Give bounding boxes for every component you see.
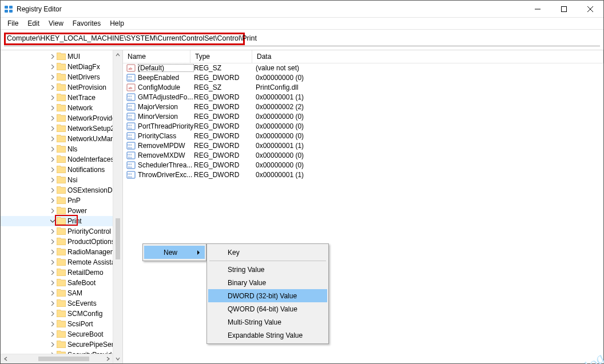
- tree-item-nodeinterfaces[interactable]: NodeInterfaces: [1, 154, 122, 165]
- tree-item-radiomanagement[interactable]: RadioManagement: [1, 247, 122, 257]
- tree-item-prioritycontrol[interactable]: PriorityControl: [1, 226, 122, 237]
- chevron-right-icon[interactable]: [50, 177, 55, 183]
- chevron-right-icon[interactable]: [50, 126, 55, 131]
- tree-item-mui[interactable]: MUI: [1, 51, 122, 62]
- scroll-left-icon[interactable]: [1, 354, 10, 363]
- menu-help[interactable]: Help: [105, 18, 129, 29]
- tree-scroll-thumb[interactable]: [116, 218, 120, 259]
- list-row[interactable]: 011110SchedulerThrea...REG_DWORD0x000000…: [123, 161, 603, 170]
- list-row[interactable]: 011110RemoveMXDWREG_DWORD0x00000000 (0): [123, 151, 603, 161]
- list-row[interactable]: 011110MinorVersionREG_DWORD0x00000000 (0…: [123, 112, 603, 122]
- minimize-button[interactable]: [524, 1, 551, 17]
- chevron-right-icon[interactable]: [50, 280, 55, 286]
- tree-horizontal-scrollbar[interactable]: [1, 354, 113, 363]
- context-item-dword[interactable]: DWORD (32-bit) Value: [208, 289, 327, 302]
- tree-item-nsi[interactable]: Nsi: [1, 175, 122, 185]
- tree-item-remote-assistance[interactable]: Remote Assistance: [1, 257, 122, 267]
- chevron-right-icon[interactable]: [50, 95, 55, 101]
- tree-item-netdiagfx[interactable]: NetDiagFx: [1, 62, 122, 72]
- context-submenu-new[interactable]: Key String Value Binary Value DWORD (32-…: [206, 243, 329, 344]
- tree-item-pnp[interactable]: PnP: [1, 195, 122, 206]
- list-row[interactable]: 011110PortThreadPriorityREG_DWORD0x00000…: [123, 122, 603, 131]
- chevron-right-icon[interactable]: [50, 239, 55, 245]
- tree-view[interactable]: MUINetDiagFxNetDriversNetProvisionNetTra…: [1, 50, 123, 363]
- list-row[interactable]: 011110GMTAdjustedFo...REG_DWORD0x0000000…: [123, 93, 603, 102]
- list-row[interactable]: abConfigModuleREG_SZPrintConfig.dll: [123, 83, 603, 93]
- chevron-right-icon[interactable]: [50, 157, 55, 162]
- tree-hscroll-thumb[interactable]: [38, 357, 89, 361]
- tree-item-networkprovider[interactable]: NetworkProvider: [1, 113, 122, 123]
- chevron-right-icon[interactable]: [50, 115, 55, 121]
- list-row[interactable]: 011110RemoveMPDWREG_DWORD0x00000001 (1): [123, 141, 603, 151]
- chevron-right-icon[interactable]: [50, 105, 55, 111]
- chevron-right-icon[interactable]: [50, 136, 55, 142]
- chevron-right-icon[interactable]: [50, 74, 55, 80]
- tree-item-netdrivers[interactable]: NetDrivers: [1, 72, 122, 82]
- chevron-right-icon[interactable]: [50, 331, 55, 337]
- tree-item-netprovision[interactable]: NetProvision: [1, 82, 122, 93]
- chevron-right-icon[interactable]: [50, 146, 55, 152]
- scroll-right-icon[interactable]: [103, 354, 113, 363]
- context-item-binary[interactable]: Binary Value: [208, 276, 327, 289]
- tree-item-scevents[interactable]: ScEvents: [1, 298, 122, 309]
- tree-item-scmconfig[interactable]: SCMConfig: [1, 309, 122, 319]
- chevron-right-icon[interactable]: [50, 198, 55, 203]
- chevron-right-icon[interactable]: [50, 249, 55, 255]
- chevron-down-icon[interactable]: [50, 218, 55, 224]
- address-bar[interactable]: Computer\HKEY_LOCAL_MACHINE\SYSTEM\Curre…: [7, 34, 257, 42]
- maximize-button[interactable]: [551, 1, 577, 17]
- scroll-up-icon[interactable]: [113, 50, 122, 60]
- chevron-right-icon[interactable]: [50, 311, 55, 317]
- chevron-right-icon[interactable]: [50, 342, 55, 347]
- context-item-qword[interactable]: QWORD (64-bit) Value: [208, 302, 327, 315]
- tree-item-productoptions[interactable]: ProductOptions: [1, 237, 122, 247]
- chevron-right-icon[interactable]: [50, 301, 55, 306]
- chevron-right-icon[interactable]: [50, 167, 55, 173]
- tree-vertical-scrollbar[interactable]: [113, 50, 122, 363]
- tree-item-securepipeservers[interactable]: SecurePipeServers: [1, 339, 122, 350]
- context-menu[interactable]: New: [142, 243, 206, 261]
- list-row[interactable]: ab(Default)REG_SZ(value not set): [123, 63, 603, 73]
- col-name[interactable]: Name: [123, 50, 190, 63]
- tree-item-safeboot[interactable]: SafeBoot: [1, 278, 122, 288]
- list-row[interactable]: 011110BeepEnabledREG_DWORD0x00000000 (0): [123, 73, 603, 83]
- col-data[interactable]: Data: [252, 50, 603, 63]
- menu-view[interactable]: View: [44, 18, 68, 29]
- tree-item-nettrace[interactable]: NetTrace: [1, 93, 122, 103]
- tree-item-nls[interactable]: Nls: [1, 144, 122, 154]
- tree-item-sam[interactable]: SAM: [1, 288, 122, 298]
- context-item-key[interactable]: Key: [208, 246, 327, 259]
- list-row[interactable]: 011110ThrowDriverExc...REG_DWORD0x000000…: [123, 170, 603, 180]
- chevron-right-icon[interactable]: [50, 270, 55, 275]
- list-row[interactable]: 011110PriorityClassREG_DWORD0x00000000 (…: [123, 131, 603, 141]
- menu-edit[interactable]: Edit: [23, 18, 44, 29]
- chevron-right-icon[interactable]: [50, 321, 55, 327]
- tree-item-notifications[interactable]: Notifications: [1, 165, 122, 175]
- chevron-right-icon[interactable]: [50, 187, 55, 193]
- chevron-right-icon[interactable]: [50, 85, 55, 90]
- tree-item-osextensiondatabase[interactable]: OSExtensionDatabase: [1, 185, 122, 195]
- chevron-right-icon[interactable]: [50, 229, 55, 234]
- menu-favorites[interactable]: Favorites: [68, 18, 105, 29]
- chevron-right-icon[interactable]: [50, 259, 55, 265]
- menu-file[interactable]: File: [3, 18, 23, 29]
- tree-item-network[interactable]: Network: [1, 103, 122, 113]
- tree-item-networkuxmanager[interactable]: NetworkUxManager: [1, 134, 122, 144]
- tree-item-print[interactable]: Print: [1, 216, 122, 226]
- close-button[interactable]: [577, 1, 603, 17]
- list-row[interactable]: 011110MajorVersionREG_DWORD0x00000002 (2…: [123, 102, 603, 112]
- chevron-right-icon[interactable]: [50, 290, 55, 296]
- chevron-right-icon[interactable]: [50, 208, 55, 214]
- chevron-right-icon[interactable]: [50, 54, 55, 59]
- tree-item-power[interactable]: Power: [1, 206, 122, 216]
- scroll-down-icon[interactable]: [113, 354, 122, 363]
- context-item-new[interactable]: New: [144, 246, 205, 259]
- context-item-string[interactable]: String Value: [208, 263, 327, 276]
- tree-item-retaildemo[interactable]: RetailDemo: [1, 267, 122, 278]
- context-item-expand[interactable]: Expandable String Value: [208, 329, 327, 342]
- tree-item-secureboot[interactable]: SecureBoot: [1, 329, 122, 339]
- tree-item-networksetup2[interactable]: NetworkSetup2: [1, 123, 122, 134]
- chevron-right-icon[interactable]: [50, 64, 55, 70]
- col-type[interactable]: Type: [190, 50, 252, 63]
- list-view[interactable]: Name Type Data ab(Default)REG_SZ(value n…: [123, 50, 603, 363]
